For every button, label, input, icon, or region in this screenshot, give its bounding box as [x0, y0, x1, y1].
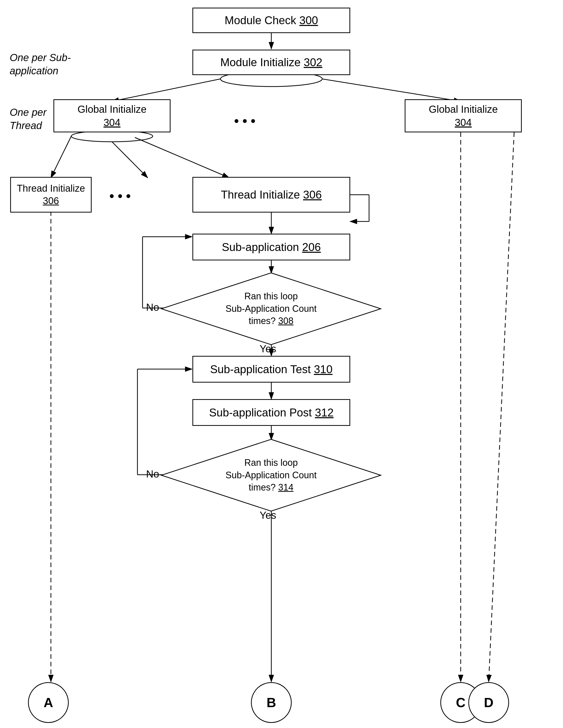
- sub-app-label: Sub-application 206: [222, 240, 321, 254]
- module-check-label: Module Check 300: [225, 13, 318, 27]
- annotation-one-per-thread: One perThread: [10, 106, 47, 132]
- thread-init-left-box: Thread Initialize306: [10, 177, 92, 213]
- module-init-box: Module Initialize 302: [192, 50, 350, 75]
- diamond1-container: Ran this loopSub-Application Counttimes?…: [160, 272, 382, 346]
- dots-global: • • •: [234, 113, 256, 129]
- diamond1-text: Ran this loopSub-Application Counttimes?…: [188, 290, 354, 327]
- svg-line-11: [135, 137, 229, 178]
- sub-app-box: Sub-application 206: [192, 234, 350, 260]
- module-check-box: Module Check 300: [192, 8, 350, 33]
- sub-test-label: Sub-application Test 310: [210, 362, 332, 376]
- annotation-one-per-sub: One per Sub-application: [10, 51, 71, 77]
- circle-a-label: A: [44, 695, 53, 710]
- svg-line-9: [51, 136, 71, 178]
- sub-post-label: Sub-application Post 312: [209, 405, 333, 420]
- circle-c-label: C: [456, 695, 466, 710]
- diamond2-no-label: No: [146, 468, 159, 480]
- module-init-label: Module Initialize 302: [220, 55, 322, 69]
- circle-b-label: B: [266, 695, 276, 710]
- diamond2-text: Ran this loopSub-Application Counttimes?…: [188, 457, 354, 494]
- module-check-ref: 300: [299, 14, 318, 26]
- svg-line-26: [489, 132, 514, 682]
- circle-b: B: [251, 682, 292, 723]
- global-init-right-box: Global Initialize304: [405, 99, 522, 132]
- global-init-left-label: Global Initialize304: [77, 103, 146, 129]
- diamond1-no-label: No: [146, 302, 159, 313]
- circle-d-label: D: [484, 695, 494, 710]
- global-init-right-label: Global Initialize304: [429, 103, 498, 129]
- svg-line-4: [112, 79, 220, 101]
- diamond1-yes-label: Yes: [260, 343, 276, 355]
- flowchart-diagram: Module Check 300 Module Initialize 302 O…: [0, 0, 563, 728]
- svg-line-10: [112, 142, 148, 178]
- circle-d: D: [468, 682, 509, 723]
- diamond2-container: Ran this loopSub-Application Counttimes?…: [160, 438, 382, 512]
- global-init-left-box: Global Initialize304: [53, 99, 171, 132]
- thread-init-left-label: Thread Initialize306: [17, 182, 85, 207]
- circle-a: A: [28, 682, 69, 723]
- svg-line-5: [322, 79, 461, 101]
- sub-test-box: Sub-application Test 310: [192, 356, 350, 383]
- diamond2-yes-label: Yes: [260, 510, 276, 521]
- thread-init-main-label: Thread Initialize 306: [221, 187, 322, 202]
- sub-post-box: Sub-application Post 312: [192, 399, 350, 426]
- dots-thread: • • •: [109, 188, 131, 204]
- thread-init-main-box: Thread Initialize 306: [192, 177, 350, 213]
